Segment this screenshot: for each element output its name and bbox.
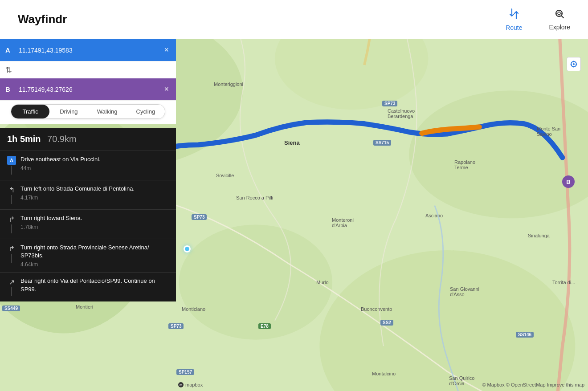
- mode-cycling[interactable]: Cycling: [127, 105, 165, 118]
- turn-right-icon-2: ↱: [7, 244, 16, 253]
- direction-item-1: ↰ Turn left onto Strada Comunale di Pent…: [0, 180, 176, 209]
- nav-route[interactable]: Route: [506, 8, 522, 31]
- svg-point-2: [558, 12, 560, 15]
- nav-explore-label: Explore: [549, 24, 570, 31]
- map-attribution[interactable]: © Mapbox © OpenStreetMap Improve this ma…: [482, 382, 584, 387]
- input-row-a: A ×: [0, 39, 176, 61]
- route-icon: [509, 8, 519, 22]
- route-distance: 70.9km: [47, 134, 77, 144]
- svg-point-15: [573, 63, 575, 65]
- mode-driving[interactable]: Driving: [49, 105, 88, 118]
- inputs-wrapper: A × ⇅ B ×: [0, 39, 176, 101]
- clear-a-button[interactable]: ×: [162, 45, 171, 55]
- nav-explore[interactable]: Explore: [549, 8, 570, 31]
- turn-left-icon: ↰: [7, 186, 16, 194]
- direction-item-start: A Drive southeast on Via Puccini. 44m: [0, 151, 176, 180]
- directions-list: A Drive southeast on Via Puccini. 44m ↰ …: [0, 151, 176, 301]
- route-time: 1h 5min: [7, 134, 41, 144]
- point-b-label: B: [5, 86, 15, 93]
- mode-traffic[interactable]: Traffic: [11, 105, 49, 118]
- direction-content-1: Turn left onto Strada Comunale di Pentol…: [20, 185, 169, 201]
- explore-icon: [554, 8, 565, 22]
- direction-item-2: ↱ Turn right toward Siena. 1.78km: [0, 209, 176, 239]
- bear-right-icon: ↗: [7, 278, 16, 286]
- locate-button[interactable]: [567, 57, 581, 71]
- app-logo: Wayfindr: [18, 12, 67, 26]
- left-panel: A × ⇅ B × Traffic Driving Walking Cyclin…: [0, 39, 176, 301]
- svg-text:m: m: [180, 383, 182, 387]
- start-a-label: A: [7, 156, 16, 165]
- swap-button[interactable]: ⇅: [5, 65, 12, 75]
- header: Wayfindr Route: [0, 0, 588, 39]
- point-b-input[interactable]: [15, 86, 162, 93]
- direction-content-start: Drive southeast on Via Puccini. 44m: [20, 155, 169, 171]
- point-a-input[interactable]: [15, 47, 162, 54]
- route-summary: 1h 5min 70.9km: [0, 128, 176, 151]
- direction-dist-2: 1.78km: [20, 224, 169, 230]
- nav-route-label: Route: [506, 24, 522, 31]
- clear-b-button[interactable]: ×: [162, 85, 171, 94]
- direction-text-4: Bear right onto Via del Pontaccio/SP99. …: [20, 277, 169, 293]
- direction-dist-start: 44m: [20, 165, 169, 171]
- svg-line-1: [562, 16, 564, 18]
- mapbox-logo: m mapbox: [178, 382, 203, 387]
- swap-row: ⇅: [0, 61, 176, 78]
- input-row-b: B ×: [0, 78, 176, 101]
- travel-modes: Traffic Driving Walking Cycling: [11, 104, 165, 119]
- direction-text-3: Turn right onto Strada Provinciale Senes…: [20, 244, 169, 260]
- direction-item-4: ↗ Bear right onto Via del Pontaccio/SP99…: [0, 272, 176, 301]
- main-nav: Route Explore: [506, 8, 570, 31]
- mode-walking[interactable]: Walking: [88, 105, 127, 118]
- direction-content-4: Bear right onto Via del Pontaccio/SP99. …: [20, 277, 169, 295]
- point-a-label: A: [5, 46, 15, 54]
- svg-point-13: [179, 225, 332, 340]
- direction-text-1: Turn left onto Strada Comunale di Pentol…: [20, 185, 169, 193]
- direction-dist-3: 4.64km: [20, 261, 169, 268]
- destination-marker-b: B: [562, 175, 575, 188]
- travel-modes-wrapper: Traffic Driving Walking Cycling: [0, 101, 176, 124]
- direction-item-3: ↱ Turn right onto Strada Provinciale Sen…: [0, 239, 176, 272]
- current-location-dot: [182, 244, 192, 254]
- turn-right-icon-1: ↱: [7, 215, 16, 224]
- mapbox-text: mapbox: [185, 382, 203, 387]
- direction-content-3: Turn right onto Strada Provinciale Senes…: [20, 244, 169, 268]
- direction-content-2: Turn right toward Siena. 1.78km: [20, 214, 169, 230]
- direction-text-2: Turn right toward Siena.: [20, 214, 169, 222]
- direction-dist-1: 4.17km: [20, 195, 169, 201]
- direction-text-start: Drive southeast on Via Puccini.: [20, 155, 169, 163]
